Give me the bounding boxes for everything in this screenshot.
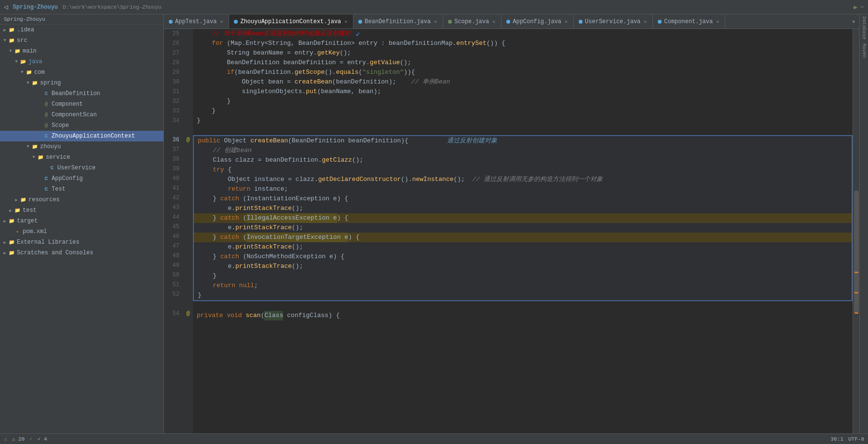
tab-close-BeanDef[interactable]: ✕ — [433, 19, 438, 25]
expand-arrow-scratches[interactable]: ▶ — [2, 250, 8, 256]
sidebar-label-src: src — [17, 37, 27, 44]
sidebar-item-target[interactable]: ▶ 📁 target — [0, 216, 163, 226]
toolbar-left: ◁ Spring-Zhouyu D:\work\workspace\Spring… — [4, 3, 162, 11]
tab-Scope[interactable]: Scope.java ✕ — [443, 14, 502, 29]
tab-overflow[interactable]: ▾ — [848, 18, 859, 26]
tab-Component[interactable]: Component.java ✕ — [653, 14, 725, 29]
database-label[interactable]: Database — [860, 14, 868, 42]
warning-marker-2 — [854, 292, 858, 293]
linenum-54: 54 — [164, 309, 183, 319]
linenum-43: 43 — [164, 203, 183, 212]
xml-icon-pom: ✦ — [14, 228, 21, 236]
code-line-30: Object bean = createBean(beanDefinition)… — [193, 77, 853, 87]
sidebar-item-BeanDefinition[interactable]: C BeanDefinition — [0, 88, 163, 99]
code-line-51: return null; — [194, 281, 852, 291]
gutter-51 — [183, 280, 193, 290]
errors-icon: ✓ — [29, 436, 33, 442]
linenum-26: 26 — [164, 39, 183, 48]
code-line-54: private void scan(Class configClass) { — [193, 311, 853, 320]
expand-arrow-java[interactable]: ▼ — [14, 59, 19, 64]
sidebar-item-java[interactable]: ▼ 📂 java — [0, 56, 163, 67]
sidebar-item-ComponentScan[interactable]: @ ComponentScan — [0, 110, 163, 120]
folder-icon-spring: 📁 — [31, 79, 39, 87]
sidebar-item-main[interactable]: ▼ 📁 main — [0, 46, 163, 56]
code-line-32: } — [193, 97, 853, 106]
expand-arrow-zhouyu[interactable]: ▼ — [25, 144, 31, 149]
run-icon[interactable]: ▶ — [854, 3, 857, 11]
expand-arrow-src[interactable]: ▼ — [2, 38, 8, 43]
java-icon-BeanDefinition: C — [42, 90, 50, 97]
sidebar-item-Test[interactable]: C Test — [0, 184, 163, 194]
sidebar-label-BeanDefinition: BeanDefinition — [52, 90, 100, 97]
linenum-38: 38 — [164, 154, 183, 164]
tab-close-Scope[interactable]: ✕ — [491, 19, 496, 25]
errors-num: ✓ 4 — [38, 436, 47, 442]
tab-close-AppTest[interactable]: ✕ — [219, 19, 224, 25]
sidebar-item-idea[interactable]: ▶ 📁 .idea — [0, 25, 163, 35]
right-panel: Database Maven — [859, 14, 868, 433]
java-icon-UserService: C — [48, 164, 56, 172]
sidebar-item-resources[interactable]: ▶ 📁 resources — [0, 194, 163, 205]
sidebar-item-spring[interactable]: ▼ 📁 spring — [0, 78, 163, 88]
tab-label-Scope: Scope.java — [454, 18, 489, 25]
sidebar-item-external-libs[interactable]: ▶ 📁 External Libraries — [0, 237, 163, 248]
warnings-count: ⚠ — [4, 436, 7, 442]
sidebar-label-AppConfig: AppConfig — [52, 175, 83, 182]
line-numbers: 25 26 27 28 29 30 31 32 33 34 36 37 38 3… — [164, 29, 183, 433]
tab-label-AppConfig: AppConfig.java — [513, 18, 561, 25]
expand-arrow-service[interactable]: ▼ — [31, 155, 37, 160]
expand-arrow-resources[interactable]: ▶ — [14, 197, 19, 203]
sidebar-item-Scope[interactable]: @ Scope — [0, 120, 163, 131]
gutter-30 — [183, 77, 193, 87]
tab-close-UserService[interactable]: ✕ — [643, 19, 648, 25]
linenum-41: 41 — [164, 183, 183, 193]
tab-close-Component[interactable]: ✕ — [715, 19, 720, 25]
sidebar-label-zhouyu: zhouyu — [40, 143, 61, 150]
sidebar-item-scratches[interactable]: ▶ 📁 Scratches and Consoles — [0, 248, 163, 258]
tab-AppConfig[interactable]: AppConfig.java ✕ — [502, 14, 574, 29]
tab-UserService[interactable]: UserService.java ✕ — [574, 14, 653, 29]
linenum-48: 48 — [164, 251, 183, 261]
sidebar-item-service[interactable]: ▼ 📁 service — [0, 152, 163, 163]
minimize-icon[interactable]: ─ — [860, 3, 864, 11]
sidebar-item-AppConfig[interactable]: C AppConfig — [0, 173, 163, 184]
sidebar-item-src[interactable]: ▼ 📁 src — [0, 35, 163, 46]
tab-BeanDefinition[interactable]: BeanDefinition.java ✕ — [353, 14, 443, 29]
code-line-52: } — [194, 291, 852, 300]
linenum-40: 40 — [164, 174, 183, 183]
sidebar-item-pom[interactable]: ✦ pom.xml — [0, 226, 163, 237]
sidebar-item-test[interactable]: ▶ 📁 test — [0, 205, 163, 216]
tab-label-Zhouyu: ZhouyuApplicationContext.java — [240, 18, 341, 25]
linenum-32: 32 — [164, 97, 183, 106]
vertical-scrollbar[interactable] — [853, 29, 859, 433]
tab-dot-Component — [658, 20, 662, 24]
code-content[interactable]: // 对于单例Bean在容器初始的时候就应该创建好 ↙ for (Map.Ent… — [193, 29, 853, 433]
expand-arrow-test[interactable]: ▶ — [8, 208, 14, 213]
expand-arrow-main[interactable]: ▼ — [8, 49, 14, 54]
tab-ZhouyuApplicationContext[interactable]: ZhouyuApplicationContext.java ✕ — [229, 14, 353, 29]
sidebar-item-UserService[interactable]: C UserService — [0, 163, 163, 173]
expand-arrow-com[interactable]: ▼ — [19, 70, 25, 75]
nav-back-icon[interactable]: ◁ — [4, 3, 8, 11]
expand-arrow-idea[interactable]: ▶ — [2, 28, 8, 33]
tab-close-Zhouyu[interactable]: ✕ — [343, 19, 348, 25]
maven-label[interactable]: Maven — [860, 42, 868, 60]
tab-close-AppConfig[interactable]: ✕ — [564, 19, 569, 25]
tab-label-AppTest: AppTest.java — [175, 18, 217, 25]
sidebar-item-zhouyu[interactable]: ▼ 📁 zhouyu — [0, 141, 163, 152]
gutter-45 — [183, 222, 193, 232]
linenum-52: 52 — [164, 290, 183, 299]
sidebar-label-ZhouyuAppCtx: ZhouyuApplicationContext — [52, 133, 135, 139]
java-icon-AppConfig: C — [42, 175, 50, 182]
tab-AppTest[interactable]: AppTest.java ✕ — [164, 14, 229, 29]
sidebar-item-Component[interactable]: @ Component — [0, 99, 163, 110]
sidebar-item-ZhouyuApplicationContext[interactable]: C ZhouyuApplicationContext — [0, 131, 163, 141]
code-editor[interactable]: 25 26 27 28 29 30 31 32 33 34 36 37 38 3… — [164, 29, 859, 433]
tab-dot-Scope — [448, 20, 452, 24]
tab-label-Component: Component.java — [664, 18, 713, 25]
expand-arrow-spring[interactable]: ▼ — [25, 81, 31, 85]
expand-arrow-extlibs[interactable]: ▶ — [2, 240, 8, 245]
expand-arrow-target[interactable]: ▶ — [2, 219, 8, 224]
scrollbar-thumb[interactable] — [854, 191, 859, 312]
sidebar-item-com[interactable]: ▼ 📁 com — [0, 67, 163, 78]
